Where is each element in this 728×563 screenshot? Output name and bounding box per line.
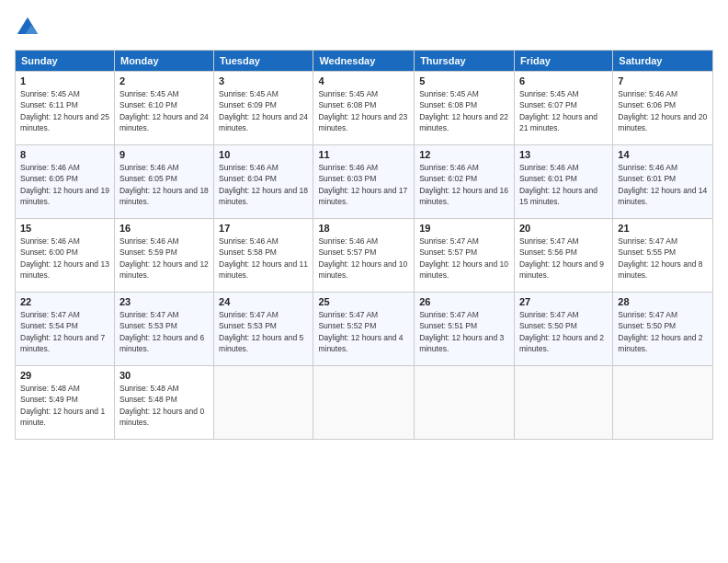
calendar-week-row: 1 Sunrise: 5:45 AM Sunset: 6:11 PM Dayli… — [16, 72, 713, 145]
calendar-cell: 21 Sunrise: 5:47 AM Sunset: 5:55 PM Dayl… — [613, 219, 713, 293]
day-number: 17 — [219, 223, 308, 234]
day-number: 19 — [419, 223, 509, 234]
day-number: 26 — [419, 296, 509, 307]
day-info: Sunrise: 5:45 AM Sunset: 6:10 PM Dayligh… — [119, 88, 209, 133]
calendar-cell: 16 Sunrise: 5:46 AM Sunset: 5:59 PM Dayl… — [114, 219, 213, 293]
day-info: Sunrise: 5:46 AM Sunset: 6:00 PM Dayligh… — [20, 236, 109, 281]
day-number: 11 — [318, 149, 409, 160]
day-number: 16 — [119, 223, 209, 234]
day-info: Sunrise: 5:45 AM Sunset: 6:07 PM Dayligh… — [519, 88, 608, 133]
day-info: Sunrise: 5:46 AM Sunset: 6:02 PM Dayligh… — [419, 162, 509, 207]
calendar-table: SundayMondayTuesdayWednesdayThursdayFrid… — [15, 50, 713, 440]
calendar-cell: 12 Sunrise: 5:46 AM Sunset: 6:02 PM Dayl… — [415, 145, 515, 219]
calendar-header-row: SundayMondayTuesdayWednesdayThursdayFrid… — [16, 51, 713, 72]
day-info: Sunrise: 5:48 AM Sunset: 5:48 PM Dayligh… — [119, 383, 209, 428]
calendar-cell: 30 Sunrise: 5:48 AM Sunset: 5:48 PM Dayl… — [114, 366, 213, 440]
day-info: Sunrise: 5:47 AM Sunset: 5:51 PM Dayligh… — [419, 309, 509, 354]
calendar-cell: 4 Sunrise: 5:45 AM Sunset: 6:08 PM Dayli… — [313, 72, 415, 145]
day-number: 18 — [318, 223, 409, 234]
calendar-weekday-monday: Monday — [114, 51, 213, 72]
day-number: 10 — [219, 149, 308, 160]
calendar-cell: 9 Sunrise: 5:46 AM Sunset: 6:05 PM Dayli… — [114, 145, 213, 219]
calendar-cell: 29 Sunrise: 5:48 AM Sunset: 5:49 PM Dayl… — [16, 366, 115, 440]
calendar-cell: 20 Sunrise: 5:47 AM Sunset: 5:56 PM Dayl… — [514, 219, 612, 293]
day-info: Sunrise: 5:45 AM Sunset: 6:08 PM Dayligh… — [318, 88, 409, 133]
calendar-weekday-sunday: Sunday — [16, 51, 115, 72]
day-info: Sunrise: 5:46 AM Sunset: 6:01 PM Dayligh… — [519, 162, 608, 207]
day-number: 23 — [119, 296, 209, 307]
day-number: 9 — [119, 149, 209, 160]
calendar-cell: 22 Sunrise: 5:47 AM Sunset: 5:54 PM Dayl… — [16, 293, 115, 366]
day-info: Sunrise: 5:47 AM Sunset: 5:55 PM Dayligh… — [618, 236, 708, 281]
calendar-cell: 24 Sunrise: 5:47 AM Sunset: 5:53 PM Dayl… — [214, 293, 313, 366]
calendar-weekday-thursday: Thursday — [415, 51, 515, 72]
calendar-body: 1 Sunrise: 5:45 AM Sunset: 6:11 PM Dayli… — [16, 72, 713, 440]
day-info: Sunrise: 5:46 AM Sunset: 5:58 PM Dayligh… — [219, 236, 308, 281]
day-number: 4 — [318, 75, 409, 86]
day-number: 5 — [419, 75, 509, 86]
calendar-cell: 25 Sunrise: 5:47 AM Sunset: 5:52 PM Dayl… — [313, 293, 415, 366]
day-info: Sunrise: 5:45 AM Sunset: 6:11 PM Dayligh… — [20, 88, 109, 133]
calendar-cell: 5 Sunrise: 5:45 AM Sunset: 6:08 PM Dayli… — [415, 72, 515, 145]
calendar-cell: 13 Sunrise: 5:46 AM Sunset: 6:01 PM Dayl… — [514, 145, 612, 219]
day-number: 22 — [20, 296, 109, 307]
day-info: Sunrise: 5:47 AM Sunset: 5:50 PM Dayligh… — [618, 309, 708, 354]
header — [15, 15, 713, 40]
day-number: 12 — [419, 149, 509, 160]
day-info: Sunrise: 5:47 AM Sunset: 5:54 PM Dayligh… — [20, 309, 109, 354]
day-number: 6 — [519, 75, 608, 86]
calendar-week-row: 22 Sunrise: 5:47 AM Sunset: 5:54 PM Dayl… — [16, 293, 713, 366]
logo-icon — [15, 15, 40, 40]
calendar-cell: 8 Sunrise: 5:46 AM Sunset: 6:05 PM Dayli… — [16, 145, 115, 219]
calendar-cell — [214, 366, 313, 440]
day-number: 25 — [318, 296, 409, 307]
calendar-cell: 18 Sunrise: 5:46 AM Sunset: 5:57 PM Dayl… — [313, 219, 415, 293]
calendar-week-row: 29 Sunrise: 5:48 AM Sunset: 5:49 PM Dayl… — [16, 366, 713, 440]
page: SundayMondayTuesdayWednesdayThursdayFrid… — [0, 0, 728, 563]
calendar-cell — [415, 366, 515, 440]
day-info: Sunrise: 5:48 AM Sunset: 5:49 PM Dayligh… — [20, 383, 109, 428]
day-number: 27 — [519, 296, 608, 307]
calendar-cell: 17 Sunrise: 5:46 AM Sunset: 5:58 PM Dayl… — [214, 219, 313, 293]
day-info: Sunrise: 5:47 AM Sunset: 5:50 PM Dayligh… — [519, 309, 608, 354]
day-info: Sunrise: 5:47 AM Sunset: 5:56 PM Dayligh… — [519, 236, 608, 281]
calendar-cell: 15 Sunrise: 5:46 AM Sunset: 6:00 PM Dayl… — [16, 219, 115, 293]
day-number: 30 — [119, 370, 209, 381]
calendar-week-row: 15 Sunrise: 5:46 AM Sunset: 6:00 PM Dayl… — [16, 219, 713, 293]
day-info: Sunrise: 5:46 AM Sunset: 6:03 PM Dayligh… — [318, 162, 409, 207]
day-number: 29 — [20, 370, 109, 381]
day-info: Sunrise: 5:47 AM Sunset: 5:53 PM Dayligh… — [219, 309, 308, 354]
calendar-cell: 1 Sunrise: 5:45 AM Sunset: 6:11 PM Dayli… — [16, 72, 115, 145]
calendar-cell: 7 Sunrise: 5:46 AM Sunset: 6:06 PM Dayli… — [613, 72, 713, 145]
calendar-cell: 28 Sunrise: 5:47 AM Sunset: 5:50 PM Dayl… — [613, 293, 713, 366]
day-number: 24 — [219, 296, 308, 307]
day-info: Sunrise: 5:47 AM Sunset: 5:57 PM Dayligh… — [419, 236, 509, 281]
calendar-cell: 10 Sunrise: 5:46 AM Sunset: 6:04 PM Dayl… — [214, 145, 313, 219]
calendar-cell: 3 Sunrise: 5:45 AM Sunset: 6:09 PM Dayli… — [214, 72, 313, 145]
calendar-weekday-tuesday: Tuesday — [214, 51, 313, 72]
day-info: Sunrise: 5:46 AM Sunset: 5:59 PM Dayligh… — [119, 236, 209, 281]
calendar-cell — [613, 366, 713, 440]
calendar-cell — [313, 366, 415, 440]
day-number: 21 — [618, 223, 708, 234]
day-info: Sunrise: 5:45 AM Sunset: 6:08 PM Dayligh… — [419, 88, 509, 133]
calendar-cell: 2 Sunrise: 5:45 AM Sunset: 6:10 PM Dayli… — [114, 72, 213, 145]
day-number: 15 — [20, 223, 109, 234]
calendar-weekday-saturday: Saturday — [613, 51, 713, 72]
calendar-weekday-wednesday: Wednesday — [313, 51, 415, 72]
day-info: Sunrise: 5:46 AM Sunset: 5:57 PM Dayligh… — [318, 236, 409, 281]
day-info: Sunrise: 5:46 AM Sunset: 6:05 PM Dayligh… — [20, 162, 109, 207]
day-number: 3 — [219, 75, 308, 86]
day-info: Sunrise: 5:45 AM Sunset: 6:09 PM Dayligh… — [219, 88, 308, 133]
calendar-cell: 11 Sunrise: 5:46 AM Sunset: 6:03 PM Dayl… — [313, 145, 415, 219]
day-number: 1 — [20, 75, 109, 86]
day-info: Sunrise: 5:46 AM Sunset: 6:01 PM Dayligh… — [618, 162, 708, 207]
day-number: 2 — [119, 75, 209, 86]
calendar-week-row: 8 Sunrise: 5:46 AM Sunset: 6:05 PM Dayli… — [16, 145, 713, 219]
day-number: 7 — [618, 75, 708, 86]
calendar-cell: 6 Sunrise: 5:45 AM Sunset: 6:07 PM Dayli… — [514, 72, 612, 145]
calendar-cell: 23 Sunrise: 5:47 AM Sunset: 5:53 PM Dayl… — [114, 293, 213, 366]
day-info: Sunrise: 5:47 AM Sunset: 5:52 PM Dayligh… — [318, 309, 409, 354]
day-number: 8 — [20, 149, 109, 160]
calendar-cell: 27 Sunrise: 5:47 AM Sunset: 5:50 PM Dayl… — [514, 293, 612, 366]
